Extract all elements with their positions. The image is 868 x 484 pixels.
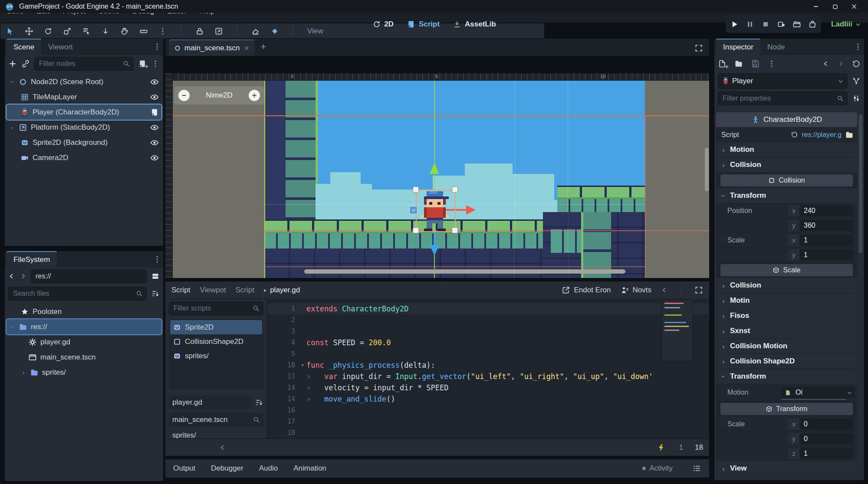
filter-properties-input[interactable] <box>722 94 834 103</box>
scale-y-field[interactable]: y 1 <box>788 249 853 261</box>
selection-box[interactable] <box>416 190 456 232</box>
section-collision-2[interactable]: ›Collision <box>716 278 857 293</box>
open-script-main-scene[interactable]: main_scene.tscn <box>169 413 263 427</box>
fs-row-player-gd[interactable]: player.gd <box>7 334 161 350</box>
se-menu-viewport[interactable]: Viewpot <box>200 286 226 294</box>
save-resource-icon[interactable] <box>751 59 760 68</box>
selection-handle-x[interactable] <box>409 206 418 214</box>
folder-icon[interactable] <box>845 131 854 139</box>
code-line[interactable]: 4const SPEED = 200.0 <box>267 337 709 348</box>
load-resource-icon[interactable] <box>734 59 743 68</box>
member-sprites[interactable]: sprites/ <box>170 349 262 363</box>
fullscreen-icon[interactable] <box>694 44 703 52</box>
section-transform[interactable]: ›Transform <box>716 188 857 203</box>
panel-menu-icon[interactable] <box>153 43 161 51</box>
fs-row-root[interactable]: › res:// <box>7 319 161 334</box>
instance-scene-icon[interactable] <box>21 59 30 68</box>
section-transform-2[interactable]: ›Transform <box>716 369 857 384</box>
fs-row-main-scene[interactable]: main_scene.tscn <box>7 350 161 365</box>
code-line[interactable]: 13» var input_dir = Input.get_vector("ui… <box>267 371 709 382</box>
tree-row-tilemaplayer[interactable]: TileMapLayer <box>7 89 161 105</box>
viewport-vscrollbar[interactable] <box>705 148 709 191</box>
scale2-x-field[interactable]: x 0 <box>788 419 853 430</box>
selection-handle-bl[interactable] <box>413 227 419 233</box>
scale-category-button[interactable]: Scale <box>720 264 853 276</box>
code-line[interactable]: 1extends CharacterBody2D <box>267 303 709 314</box>
tab-scene[interactable]: Scene <box>7 39 41 55</box>
tab-audio[interactable]: Audio <box>259 464 278 473</box>
selection-handle-br[interactable] <box>452 227 458 233</box>
tree-row-camera2d[interactable]: Camera2D <box>7 150 161 165</box>
sort-scripts-icon[interactable] <box>255 398 263 407</box>
pause-icon[interactable] <box>746 20 754 29</box>
ruler-tool-icon[interactable] <box>139 27 148 36</box>
down-arrowhead[interactable] <box>430 245 439 255</box>
lock-node-icon[interactable] <box>195 27 204 36</box>
section-motin[interactable]: ›Motin <box>716 293 857 308</box>
viewport-hscrollbar[interactable] <box>304 269 625 274</box>
code-line[interactable]: 2 <box>267 314 709 326</box>
new-tab-button[interactable]: + <box>261 41 266 52</box>
scale2-z-field[interactable]: z 1 <box>788 448 853 459</box>
code-line[interactable]: 18 <box>267 427 709 438</box>
collapse-icon[interactable]: › <box>9 324 16 330</box>
collision-category-button[interactable]: Collision <box>720 174 853 186</box>
property-tools-icon[interactable] <box>852 94 861 103</box>
tab-viewport[interactable]: Viewort <box>41 39 79 55</box>
history-back-icon[interactable] <box>661 286 668 294</box>
filter-nodes-input[interactable] <box>38 59 120 68</box>
code-line[interactable]: 5 <box>267 348 709 360</box>
tree-row-sprite2d[interactable]: Sprite2D (Background) <box>7 135 161 150</box>
group-node-icon[interactable] <box>214 27 223 36</box>
motion-dropdown[interactable]: Oi <box>781 387 855 398</box>
pan-tool-icon[interactable] <box>120 27 129 36</box>
move-down-tool-icon[interactable] <box>101 27 110 36</box>
code-line[interactable]: 3 <box>267 326 709 337</box>
position-y-field[interactable]: y 360 <box>788 220 853 231</box>
eye-icon[interactable] <box>150 78 159 86</box>
panel-list-icon[interactable] <box>693 464 701 473</box>
selection-handle-tr[interactable] <box>452 186 458 193</box>
member-collisionshape2d[interactable]: CollisionShape2D <box>170 334 262 349</box>
nav-back-icon[interactable] <box>8 272 15 281</box>
tab-node[interactable]: Node <box>760 39 792 55</box>
tab-inspector[interactable]: Inspector <box>716 39 760 55</box>
position-x-field[interactable]: x 240 <box>788 205 853 216</box>
sort-files-icon[interactable] <box>151 289 160 298</box>
revert-icon[interactable] <box>791 131 798 138</box>
resource-menu-icon[interactable] <box>767 59 776 68</box>
code-line[interactable]: 10▾func _physics_process(delta): <box>267 360 709 371</box>
code-line[interactable]: 16 <box>267 405 709 416</box>
inspector-scrollbar[interactable] <box>859 114 862 253</box>
close-button[interactable] <box>845 0 864 13</box>
section-fisos[interactable]: ›Fisos <box>716 308 857 324</box>
code-minimap[interactable] <box>661 300 693 361</box>
scene-tree-menu-icon[interactable] <box>151 59 160 68</box>
eye-icon[interactable] <box>150 93 159 101</box>
viewport-canvas[interactable]: Nime2D 0 5 10 <box>165 73 710 278</box>
float-window-icon[interactable] <box>694 286 703 294</box>
selection-handle-tl[interactable] <box>413 186 419 193</box>
se-menu-script2[interactable]: Script <box>236 286 254 294</box>
y-axis-arrowhead[interactable] <box>430 163 439 174</box>
fs-row-favorites[interactable]: Pooloten <box>7 304 161 319</box>
select-tool-icon[interactable] <box>6 27 14 36</box>
tab-filesystem[interactable]: FileSystem <box>7 251 57 268</box>
scale-tool-icon[interactable] <box>63 27 72 36</box>
code-line[interactable]: 14» velocity = input_dir * SPEED <box>267 382 709 393</box>
code-line[interactable]: 14» move_and_slide() <box>267 393 709 405</box>
member-sprite2d[interactable]: Sprite2D <box>170 320 262 334</box>
history-forward-icon[interactable] <box>837 59 844 68</box>
add-node-icon[interactable] <box>8 59 17 68</box>
split-view-icon[interactable] <box>151 272 160 281</box>
snap-tool-icon[interactable] <box>270 27 279 36</box>
expand-icon[interactable]: › <box>20 369 26 376</box>
node-selector[interactable]: Player <box>718 73 848 89</box>
section-sxnst[interactable]: ›Sxnst <box>716 324 857 339</box>
eye-icon[interactable] <box>150 138 159 147</box>
version-control-profile[interactable]: Ladliii <box>831 16 861 33</box>
play-icon[interactable] <box>730 20 739 29</box>
open-script-player-gd[interactable]: player.gd <box>169 396 251 409</box>
rotate-tool-icon[interactable] <box>44 27 53 36</box>
tree-row-platform[interactable]: › Platform (StaticBody2D) <box>7 120 161 135</box>
